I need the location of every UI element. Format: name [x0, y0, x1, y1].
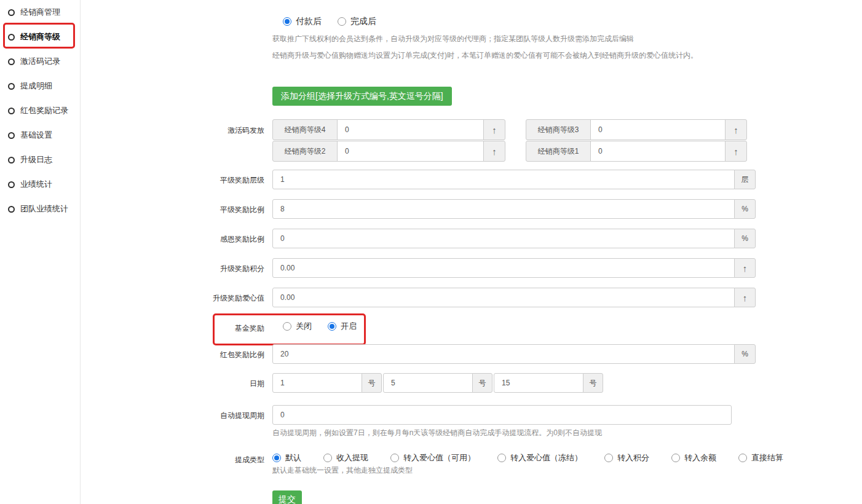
sidebar-item-redpacket-reward-records[interactable]: 红包奖励记录	[0, 98, 80, 123]
radio-icon	[323, 454, 332, 462]
activation-group-level3: 经销商等级3 ↑	[526, 119, 747, 140]
circle-icon	[8, 206, 15, 213]
sidebar-item-team-performance-stats[interactable]: 团队业绩统计	[0, 197, 80, 221]
day-suffix: 号	[362, 373, 382, 393]
upgrade-love-input[interactable]	[272, 288, 735, 307]
radio-label: 转入余额	[684, 452, 716, 463]
circle-icon	[8, 34, 15, 41]
redpacket-ratio-input[interactable]	[272, 344, 735, 364]
sidebar-item-dealer-level[interactable]: 经销商等级	[0, 25, 80, 49]
commission-type-hint: 默认走基础统一设置，其他走独立提成类型	[272, 465, 413, 476]
radio-icon	[604, 454, 613, 462]
date-input-2[interactable]	[383, 373, 473, 393]
level2-input[interactable]	[337, 141, 484, 162]
date-input-3[interactable]	[494, 373, 583, 393]
radio-label: 转入积分	[617, 452, 649, 463]
radio-label: 关闭	[296, 321, 312, 332]
up-arrow-icon: ↑	[725, 141, 747, 162]
fund-reward-radio-group: 关闭 开启	[283, 321, 357, 332]
radio-icon	[671, 454, 680, 462]
commission-type-label: 提成类型	[203, 455, 264, 465]
radio-label: 收入提现	[336, 452, 368, 463]
radio-fund-on[interactable]: 开启	[328, 321, 357, 332]
radio-icon	[497, 454, 506, 462]
radio-label: 付款后	[296, 16, 322, 27]
upgrade-hint-1: 获取推广下线权利的会员达到条件，自动升级为对应等级的代理商；指定某团队等级人数升…	[272, 34, 634, 44]
radio-to-balance[interactable]: 转入余额	[671, 452, 716, 463]
level-ratio-label: 平级奖励比例	[203, 205, 264, 215]
sidebar-item-commission-details[interactable]: 提成明细	[0, 74, 80, 98]
level-layer-input[interactable]	[272, 170, 735, 189]
radio-icon	[272, 454, 281, 462]
auto-withdraw-input[interactable]	[272, 405, 732, 425]
commission-type-radio-group: 默认 收入提现 转入爱心值（可用） 转入爱心值（冻结） 转入积分 转入余额 直接…	[272, 452, 783, 463]
radio-to-love-frozen[interactable]: 转入爱心值（冻结）	[497, 452, 582, 463]
radio-icon	[738, 454, 747, 462]
circle-icon	[8, 108, 15, 114]
circle-icon	[8, 181, 15, 188]
sidebar-item-dealer-management[interactable]: 经销商管理	[0, 0, 80, 25]
percent-suffix: %	[734, 344, 756, 364]
auto-withdraw-hint: 自动提现周期，例如设置7日，则在每月每n天该等级经销商自动完成手动提现流程。为0…	[272, 428, 602, 438]
radio-icon	[283, 17, 291, 26]
level-ratio-input[interactable]	[272, 199, 735, 219]
radio-label: 开启	[341, 321, 357, 332]
circle-icon	[8, 9, 15, 16]
date-input-1[interactable]	[272, 373, 362, 393]
up-arrow-icon: ↑	[483, 119, 505, 140]
level1-input[interactable]	[590, 141, 726, 162]
upgrade-mode-radio-group: 付款后 完成后	[283, 16, 376, 27]
sidebar-item-activation-code-records[interactable]: 激活码记录	[0, 49, 80, 74]
date-group-3: 号	[494, 373, 603, 393]
level4-input[interactable]	[337, 119, 484, 140]
sidebar: 经销商管理 经销商等级 激活码记录 提成明细 红包奖励记录 基础设置 升级日志	[0, 0, 81, 504]
submit-button[interactable]: 提交	[272, 490, 302, 504]
gratitude-ratio-field: %	[272, 229, 756, 248]
radio-fund-off[interactable]: 关闭	[283, 321, 312, 332]
auto-withdraw-label: 自动提现周期	[203, 411, 264, 421]
level-layer-field: 层	[272, 170, 756, 189]
fund-reward-label: 基金奖励	[203, 323, 264, 334]
radio-after-completion[interactable]: 完成后	[338, 16, 376, 27]
upgrade-hint-2: 经销商升级与爱心值购物赠送均设置为订单完成(支付)时，本笔订单赠送的爱心值有可能…	[272, 50, 698, 61]
gratitude-ratio-input[interactable]	[272, 229, 735, 248]
percent-suffix: %	[734, 199, 756, 219]
sidebar-item-upgrade-log[interactable]: 升级日志	[0, 148, 80, 172]
radio-income-withdraw[interactable]: 收入提现	[323, 452, 368, 463]
up-arrow-icon: ↑	[483, 141, 505, 162]
radio-after-payment[interactable]: 付款后	[283, 16, 322, 27]
gratitude-ratio-label: 感恩奖励比例	[203, 234, 264, 245]
sidebar-item-basic-settings[interactable]: 基础设置	[0, 123, 80, 148]
radio-label: 转入爱心值（冻结）	[510, 452, 582, 463]
up-arrow-icon: ↑	[734, 258, 756, 278]
circle-icon	[8, 83, 15, 90]
add-group-button[interactable]: 添加分组[选择升级方式编号,英文逗号分隔]	[272, 87, 452, 106]
redpacket-ratio-label: 红包奖励比例	[203, 350, 264, 360]
dates-field: 号 号 号	[272, 373, 603, 393]
radio-icon	[283, 322, 291, 331]
upgrade-points-field: ↑	[272, 258, 756, 278]
up-arrow-icon: ↑	[734, 288, 756, 307]
upgrade-love-label: 升级奖励爱心值	[203, 293, 264, 304]
activation-group-level4: 经销商等级4 ↑	[272, 119, 505, 140]
activation-codes-label: 激活码发放	[203, 125, 264, 136]
redpacket-ratio-field: %	[272, 344, 756, 364]
radio-label: 转入爱心值（可用）	[403, 452, 475, 463]
radio-default[interactable]: 默认	[272, 452, 301, 463]
upgrade-points-input[interactable]	[272, 258, 735, 278]
level3-input[interactable]	[590, 119, 726, 140]
radio-label: 默认	[285, 452, 301, 463]
radio-to-love-available[interactable]: 转入爱心值（可用）	[390, 452, 475, 463]
upgrade-points-label: 升级奖励积分	[203, 264, 264, 274]
level4-prefix: 经销商等级4	[272, 119, 338, 140]
sidebar-item-performance-stats[interactable]: 业绩统计	[0, 172, 80, 197]
radio-to-points[interactable]: 转入积分	[604, 452, 649, 463]
level-layer-label: 平级奖励层级	[203, 175, 264, 186]
dealer-level-settings-page: 经销商管理 经销商等级 激活码记录 提成明细 红包奖励记录 基础设置 升级日志	[0, 0, 862, 504]
radio-direct-settle[interactable]: 直接结算	[738, 452, 783, 463]
day-suffix: 号	[472, 373, 492, 393]
layer-unit-suffix: 层	[734, 170, 756, 189]
upgrade-love-field: ↑	[272, 288, 756, 307]
circle-icon	[8, 132, 15, 139]
auto-withdraw-field	[272, 405, 732, 425]
